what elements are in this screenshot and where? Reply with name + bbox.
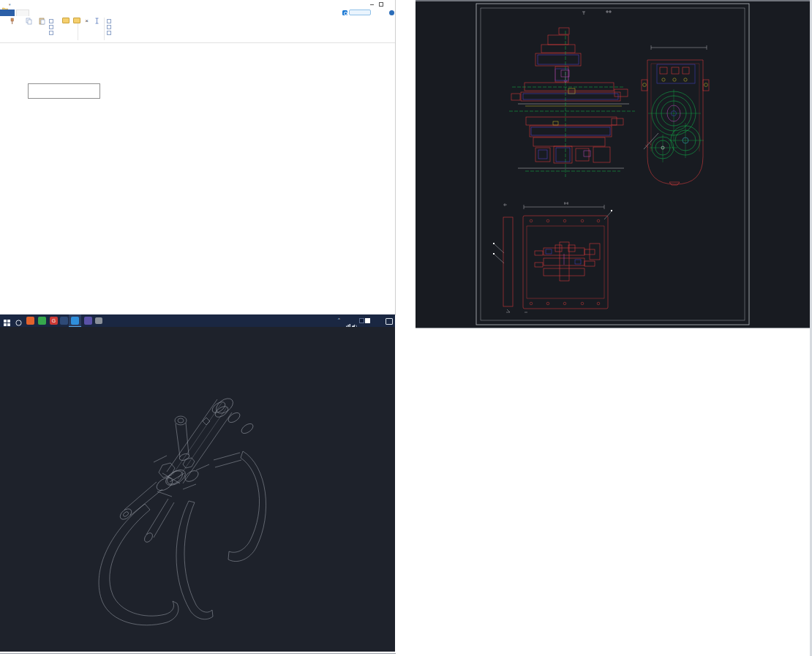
wireframe-3d-panel xyxy=(0,327,395,652)
arms xyxy=(119,453,241,543)
taskbar-app-icon-green[interactable] xyxy=(38,317,46,325)
file-tooltip xyxy=(28,83,100,99)
rename-button[interactable] xyxy=(91,18,102,26)
tab-home[interactable] xyxy=(16,10,29,16)
claw-right xyxy=(228,451,266,562)
start-button[interactable] xyxy=(3,317,11,325)
select-none-icon xyxy=(107,25,111,29)
minimize-button[interactable] xyxy=(367,1,376,8)
invert-selection-button[interactable] xyxy=(107,30,136,36)
tab-share[interactable] xyxy=(31,10,44,16)
ribbon: × xyxy=(0,16,395,43)
paste-shortcut-icon xyxy=(49,25,53,29)
scissors-icon xyxy=(49,31,53,35)
taskbar-app-icon-gray[interactable] xyxy=(95,317,102,324)
taskbar-app-icon-purple[interactable] xyxy=(84,317,92,325)
move-to-icon xyxy=(62,18,69,23)
search-icon[interactable] xyxy=(15,317,23,325)
cut-button[interactable] xyxy=(49,30,75,36)
invert-selection-icon xyxy=(107,31,111,35)
file-explorer-window: ▾ xyxy=(0,0,395,314)
delete-x-icon: × xyxy=(82,18,91,24)
copy-button[interactable] xyxy=(23,18,34,27)
taskbar-app-icon-navy[interactable] xyxy=(60,317,68,325)
copy-icon xyxy=(23,18,34,26)
select-none-button[interactable] xyxy=(107,24,136,30)
tab-file[interactable] xyxy=(0,10,15,16)
panel-bottom-divider xyxy=(0,653,396,654)
taskbar: G ^ xyxy=(0,314,395,327)
claw-middle xyxy=(176,501,213,619)
paste-shortcut-button[interactable] xyxy=(49,24,75,30)
tray-chevron-icon[interactable]: ^ xyxy=(338,317,340,322)
title-bar[interactable]: ▾ xyxy=(0,0,395,10)
pushpin-icon xyxy=(2,18,21,26)
taskbar-active-app[interactable] xyxy=(69,314,81,327)
paste-icon xyxy=(36,18,48,26)
close-button[interactable] xyxy=(386,1,395,8)
copy-to-button[interactable] xyxy=(71,18,82,24)
select-all-icon xyxy=(107,19,111,23)
main-barrel xyxy=(165,396,236,487)
copy-to-icon xyxy=(73,18,80,23)
cad-drawing xyxy=(416,1,811,328)
help-icon[interactable] xyxy=(389,10,394,15)
pin-to-quick-access-button[interactable] xyxy=(2,18,21,31)
select-all-button[interactable] xyxy=(107,18,136,24)
taskbar-app-icon-red[interactable]: G xyxy=(50,317,58,325)
lever xyxy=(175,416,190,461)
paste-button[interactable] xyxy=(36,18,48,27)
copy-path-icon xyxy=(49,19,53,23)
group-divider xyxy=(104,18,105,40)
delete-button[interactable]: × xyxy=(82,18,91,25)
maximize-button[interactable] xyxy=(377,1,386,8)
folder-icon xyxy=(2,2,8,7)
gripper-wireframe-model xyxy=(0,327,395,652)
rename-icon xyxy=(91,18,102,26)
cloud-plugin-button[interactable] xyxy=(349,10,371,15)
tab-view[interactable] xyxy=(45,10,59,16)
move-to-button[interactable] xyxy=(60,18,71,24)
selection-buttons xyxy=(107,18,136,36)
claw-left xyxy=(99,504,178,625)
cad-drawing-panel xyxy=(416,0,811,328)
ime-language-icon[interactable] xyxy=(365,318,370,323)
action-center-icon[interactable] xyxy=(386,318,393,325)
quick-access-toolbar-icon[interactable]: ▾ xyxy=(9,2,15,7)
cloud-plugin-icon[interactable] xyxy=(342,10,347,15)
taskbar-app-icon-orange[interactable] xyxy=(26,317,34,325)
ime-dark-icon[interactable] xyxy=(359,318,364,323)
taskbar-app-icon-blue-active[interactable] xyxy=(71,317,79,325)
